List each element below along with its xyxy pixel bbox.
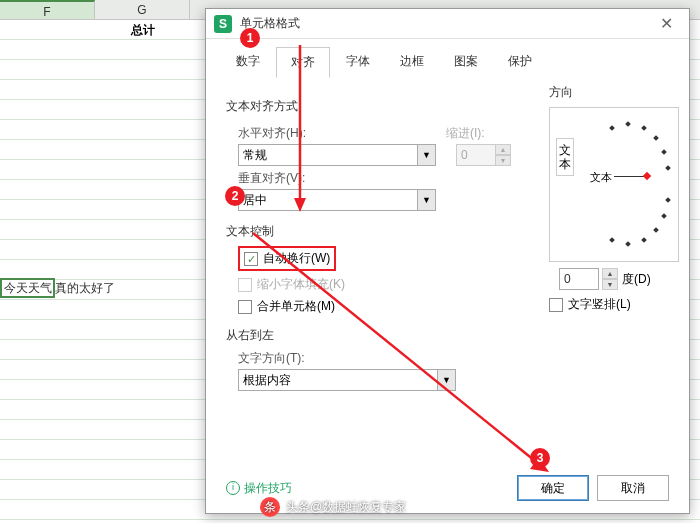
wrap-checkbox[interactable]: ✓ <box>244 252 258 266</box>
indent-spinner: 0 <box>456 144 496 166</box>
close-icon[interactable]: ✕ <box>651 14 681 33</box>
merge-label: 合并单元格(M) <box>257 298 335 315</box>
dialog-titlebar: S 单元格格式 ✕ <box>206 9 689 39</box>
dialog-body: 文本对齐方式 水平对齐(H): 常规 ▼ 缩进(I): 0 ▲▼ <box>206 78 689 405</box>
tab-pattern[interactable]: 图案 <box>440 47 492 78</box>
active-cell[interactable]: 今天天气 <box>0 278 55 298</box>
vertical-label: 文字竖排(L) <box>568 296 631 313</box>
tab-number[interactable]: 数字 <box>222 47 274 78</box>
degree-spinner[interactable]: 0 <box>559 268 599 290</box>
annotation-badge-2: 2 <box>225 186 245 206</box>
rtl-section-label: 从右到左 <box>226 327 516 344</box>
cancel-button[interactable]: 取消 <box>597 475 669 501</box>
vertical-checkbox[interactable] <box>549 298 563 312</box>
watermark-icon: 条 <box>260 497 280 517</box>
h-align-label: 水平对齐(H): <box>238 125 436 142</box>
annotation-badge-1: 1 <box>240 28 260 48</box>
shrink-checkbox <box>238 278 252 292</box>
cell-format-dialog: S 单元格格式 ✕ 数字 对齐 字体 边框 图案 保护 文本对齐方式 水平对齐(… <box>205 8 690 514</box>
direction-box[interactable]: 文本 文本 <box>549 107 679 262</box>
h-align-combo[interactable]: 常规 ▼ <box>238 144 436 166</box>
tab-protect[interactable]: 保护 <box>494 47 546 78</box>
degree-label: 度(D) <box>622 271 651 288</box>
spin-down-icon: ▼ <box>495 155 511 166</box>
control-section-label: 文本控制 <box>226 223 516 240</box>
col-header-f[interactable]: F <box>0 0 95 19</box>
align-section-label: 文本对齐方式 <box>226 98 516 115</box>
app-icon: S <box>214 15 232 33</box>
indent-label: 缩进(I): <box>446 125 511 142</box>
annotation-badge-3: 3 <box>530 448 550 468</box>
direction-line <box>614 176 644 177</box>
watermark: 条 头条@数据蛙恢复专家 <box>260 497 406 517</box>
direction-text-label: 文本 <box>590 170 612 185</box>
info-icon: i <box>226 481 240 495</box>
chevron-down-icon[interactable]: ▼ <box>438 369 456 391</box>
tab-font[interactable]: 字体 <box>332 47 384 78</box>
dialog-tabs: 数字 对齐 字体 边框 图案 保护 <box>206 39 689 78</box>
shrink-label: 缩小字体填充(K) <box>257 276 345 293</box>
direction-dial[interactable] <box>584 120 672 250</box>
wrap-highlight: ✓ 自动换行(W) <box>238 246 336 271</box>
cell-total[interactable]: 总计 <box>95 20 190 40</box>
spin-down-icon[interactable]: ▼ <box>602 279 618 290</box>
direction-panel: 方向 文本 文本 <box>549 78 689 318</box>
v-align-label: 垂直对齐(V): <box>238 170 516 187</box>
vertical-text-sample[interactable]: 文本 <box>556 138 574 176</box>
ok-button[interactable]: 确定 <box>517 475 589 501</box>
tab-border[interactable]: 边框 <box>386 47 438 78</box>
col-header-g[interactable]: G <box>95 0 190 19</box>
wrap-label: 自动换行(W) <box>263 250 330 267</box>
tips-link[interactable]: i 操作技巧 <box>226 480 292 497</box>
v-align-combo[interactable]: 居中 ▼ <box>238 189 516 211</box>
tab-alignment[interactable]: 对齐 <box>276 47 330 78</box>
merge-checkbox[interactable] <box>238 300 252 314</box>
chevron-down-icon[interactable]: ▼ <box>418 189 436 211</box>
text-dir-label: 文字方向(T): <box>238 350 516 367</box>
dialog-title: 单元格格式 <box>240 15 651 32</box>
cell-overflow-text: 真的太好了 <box>55 279 115 297</box>
chevron-down-icon[interactable]: ▼ <box>418 144 436 166</box>
spin-up-icon[interactable]: ▲ <box>602 268 618 279</box>
text-dir-combo[interactable]: 根据内容 ▼ <box>238 369 516 391</box>
spin-up-icon: ▲ <box>495 144 511 155</box>
direction-section-label: 方向 <box>549 84 689 101</box>
